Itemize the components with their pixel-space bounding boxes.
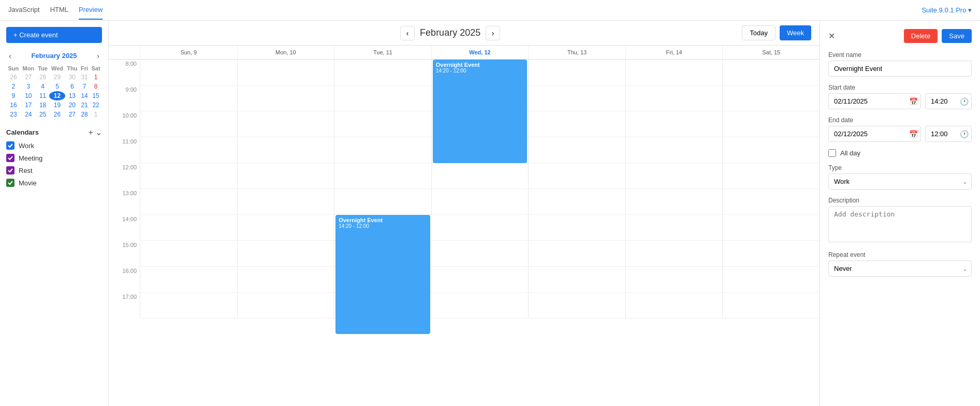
day-cell[interactable]: [432, 267, 529, 293]
mini-cal-day[interactable]: 23: [6, 110, 21, 119]
mini-cal-day[interactable]: 13: [65, 91, 79, 100]
mini-cal-next[interactable]: ›: [94, 50, 102, 61]
day-cell[interactable]: [723, 267, 820, 293]
mini-cal-day[interactable]: 17: [21, 100, 36, 110]
calendar-item-rest[interactable]: Rest: [6, 166, 102, 175]
mini-cal-day[interactable]: 21: [79, 100, 90, 110]
mini-cal-day[interactable]: 22: [90, 100, 102, 110]
day-cell[interactable]: [723, 189, 820, 215]
today-button[interactable]: Today: [742, 25, 776, 40]
mini-cal-day[interactable]: 10: [21, 91, 36, 100]
calendar-item-meeting[interactable]: Meeting: [6, 154, 102, 162]
day-cell[interactable]: [140, 293, 237, 318]
mini-cal-day[interactable]: 18: [36, 100, 50, 110]
mini-cal-day[interactable]: 26: [6, 72, 21, 82]
start-date-input[interactable]: [828, 93, 921, 109]
week-next-button[interactable]: ›: [486, 26, 500, 40]
day-cell[interactable]: [529, 215, 625, 241]
day-cell[interactable]: [238, 215, 334, 241]
mini-cal-day[interactable]: 5: [49, 82, 65, 91]
nav-preview[interactable]: Preview: [79, 1, 103, 20]
mini-cal-day[interactable]: 2: [6, 82, 21, 91]
day-cell[interactable]: [140, 241, 237, 267]
day-cell[interactable]: [723, 215, 820, 241]
delete-event-button[interactable]: Delete: [904, 29, 938, 43]
day-cell[interactable]: [334, 163, 431, 189]
mini-cal-day[interactable]: 28: [79, 110, 90, 119]
day-cell[interactable]: [238, 111, 334, 137]
day-cell[interactable]: [140, 137, 237, 163]
day-cell[interactable]: [723, 111, 820, 137]
day-cell[interactable]: [723, 241, 820, 267]
mini-cal-day[interactable]: 14: [79, 91, 90, 100]
mini-cal-day[interactable]: 11: [36, 91, 50, 100]
calendar-checkbox-meeting[interactable]: [6, 154, 14, 162]
day-cell[interactable]: [626, 85, 723, 111]
calendar-checkbox-movie[interactable]: [6, 179, 14, 187]
mini-cal-day[interactable]: 27: [65, 110, 79, 119]
week-prev-button[interactable]: ‹: [400, 26, 415, 40]
mini-cal-day[interactable]: 19: [49, 100, 65, 110]
day-cell[interactable]: [529, 293, 625, 318]
day-cell[interactable]: [529, 111, 625, 137]
event-block[interactable]: Overnight Event 14:20 - 12:00: [335, 215, 430, 334]
day-cell[interactable]: [432, 215, 529, 241]
mini-cal-day[interactable]: 6: [65, 82, 79, 91]
repeat-select[interactable]: NeverDailyWeeklyMonthlyYearly: [828, 260, 972, 277]
mini-cal-day[interactable]: 30: [65, 72, 79, 82]
mini-cal-day[interactable]: 9: [6, 91, 21, 100]
mini-cal-title[interactable]: February 2025: [31, 52, 77, 60]
day-cell[interactable]: [626, 163, 723, 189]
day-cell[interactable]: [723, 293, 820, 318]
day-cell[interactable]: [432, 241, 529, 267]
mini-cal-day[interactable]: 3: [21, 82, 36, 91]
day-cell[interactable]: [626, 267, 723, 293]
mini-cal-day[interactable]: 25: [36, 110, 50, 119]
day-cell[interactable]: [432, 189, 529, 215]
day-cell[interactable]: [140, 163, 237, 189]
add-calendar-button[interactable]: +: [89, 127, 93, 137]
event-block[interactable]: Overnight Event 14:20 - 12:00: [433, 60, 528, 163]
mini-cal-day[interactable]: 29: [49, 72, 65, 82]
day-cell[interactable]: [140, 111, 237, 137]
day-cell[interactable]: [238, 189, 334, 215]
end-date-input[interactable]: [828, 126, 921, 142]
day-cell[interactable]: [626, 137, 723, 163]
mini-cal-day[interactable]: 31: [79, 72, 90, 82]
mini-cal-prev[interactable]: ‹: [6, 50, 14, 61]
day-cell[interactable]: [432, 163, 529, 189]
nav-javascript[interactable]: JavaScript: [8, 1, 40, 20]
mini-cal-day[interactable]: 4: [36, 82, 50, 91]
day-cell[interactable]: [238, 293, 334, 318]
day-cell[interactable]: [140, 215, 237, 241]
week-button[interactable]: Week: [780, 25, 811, 40]
day-cell[interactable]: [238, 241, 334, 267]
calendar-checkbox-rest[interactable]: [6, 166, 14, 175]
day-cell[interactable]: [140, 60, 237, 85]
mini-cal-day[interactable]: 20: [65, 100, 79, 110]
day-cell[interactable]: [723, 137, 820, 163]
day-cell[interactable]: [334, 189, 431, 215]
day-cell[interactable]: [626, 241, 723, 267]
day-cell[interactable]: [529, 60, 625, 85]
calendar-item-work[interactable]: Work: [6, 141, 102, 150]
day-cell[interactable]: [529, 267, 625, 293]
day-cell[interactable]: [140, 189, 237, 215]
day-cell[interactable]: [238, 85, 334, 111]
day-cell[interactable]: [238, 137, 334, 163]
day-cell[interactable]: [626, 111, 723, 137]
day-cell[interactable]: [140, 85, 237, 111]
event-name-input[interactable]: [828, 61, 972, 77]
day-cell[interactable]: [626, 189, 723, 215]
calendar-expand-button[interactable]: ⌄: [95, 127, 102, 137]
day-cell[interactable]: [334, 60, 431, 85]
day-cell[interactable]: [723, 163, 820, 189]
mini-cal-day[interactable]: 24: [21, 110, 36, 119]
calendar-item-movie[interactable]: Movie: [6, 179, 102, 187]
mini-cal-day[interactable]: 16: [6, 100, 21, 110]
mini-cal-day[interactable]: 1: [90, 72, 102, 82]
mini-cal-day[interactable]: 26: [49, 110, 65, 119]
day-cell[interactable]: [529, 163, 625, 189]
mini-cal-day[interactable]: 15: [90, 91, 102, 100]
day-cell[interactable]: [626, 293, 723, 318]
